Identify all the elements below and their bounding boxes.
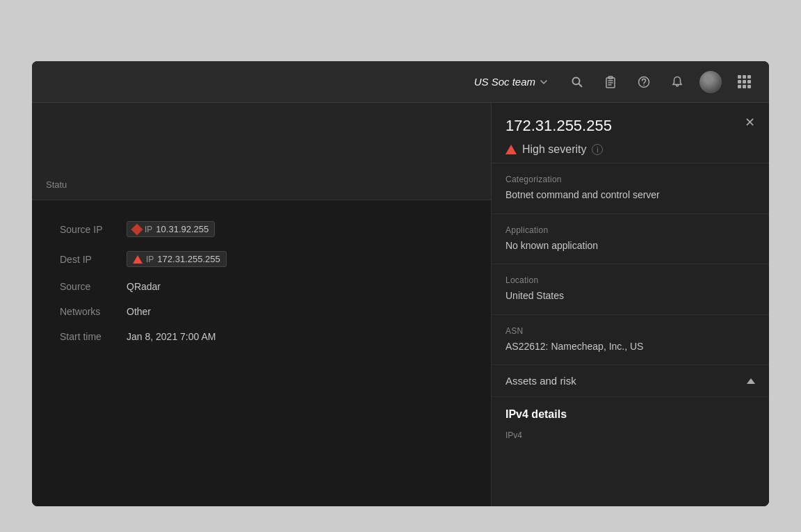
asn-section: ASN AS22612: Namecheap, Inc., US bbox=[492, 315, 769, 366]
svg-line-1 bbox=[579, 83, 583, 87]
categorization-value: Botnet command and control server bbox=[505, 188, 755, 202]
location-value: United States bbox=[505, 289, 755, 303]
source-ip-badge-label: IP bbox=[145, 225, 152, 234]
dest-ip-row: Dest IP IP 172.31.255.255 bbox=[46, 244, 477, 274]
search-icon bbox=[571, 76, 583, 88]
avatar-image bbox=[699, 71, 722, 93]
chevron-up-icon bbox=[747, 378, 755, 384]
severity-triangle-icon bbox=[505, 145, 517, 154]
application-section: Application No known application bbox=[492, 214, 769, 265]
dest-ip-address: 172.31.255.255 bbox=[157, 254, 220, 264]
source-label: Source bbox=[60, 281, 115, 292]
categorization-section: Categorization Botnet command and contro… bbox=[492, 163, 769, 214]
networks-row: Networks Other bbox=[46, 299, 477, 324]
ipv4-label: IPv4 bbox=[505, 430, 755, 440]
help-icon bbox=[638, 76, 650, 88]
ipv4-title: IPv4 details bbox=[505, 408, 755, 421]
detail-panel: 172.31.255.255 High severity i ✕ Categor… bbox=[491, 103, 769, 506]
clipboard-icon bbox=[604, 76, 617, 88]
bell-icon bbox=[671, 76, 683, 88]
detail-header: 172.31.255.255 High severity i ✕ bbox=[492, 103, 769, 163]
dest-ip-badge-label: IP bbox=[146, 255, 154, 264]
panel-top: Statu bbox=[32, 103, 491, 200]
severity-info-button[interactable]: i bbox=[592, 144, 603, 155]
triangle-icon bbox=[133, 255, 143, 264]
source-ip-row: Source IP IP 10.31.92.255 bbox=[46, 214, 477, 244]
source-ip-value: IP 10.31.92.255 bbox=[127, 221, 215, 237]
nav-bar: US Soc team bbox=[32, 61, 769, 103]
user-avatar[interactable] bbox=[699, 71, 722, 93]
source-ip-badge[interactable]: IP 10.31.92.255 bbox=[127, 221, 215, 237]
source-ip-label: Source IP bbox=[60, 224, 115, 235]
location-label: Location bbox=[505, 275, 755, 285]
close-button[interactable]: ✕ bbox=[741, 114, 758, 131]
left-panel: Statu Source IP IP 10.31.92.255 bbox=[32, 103, 491, 506]
apps-button[interactable] bbox=[733, 71, 755, 93]
clipboard-button[interactable] bbox=[599, 71, 622, 93]
detail-ip-title: 172.31.255.255 bbox=[505, 117, 755, 135]
info-icon-label: i bbox=[597, 146, 598, 154]
asn-value: AS22612: Namecheap, Inc., US bbox=[505, 340, 755, 354]
chevron-down-icon bbox=[540, 78, 548, 86]
team-selector[interactable]: US Soc team bbox=[467, 72, 555, 92]
ipv4-section: IPv4 details IPv4 bbox=[492, 397, 769, 451]
dest-ip-badge[interactable]: IP 172.31.255.255 bbox=[127, 251, 227, 267]
table-area: Source IP IP 10.31.92.255 Dest IP bbox=[32, 200, 491, 363]
networks-value: Other bbox=[127, 306, 151, 317]
notifications-button[interactable] bbox=[666, 71, 688, 93]
application-value: No known application bbox=[505, 239, 755, 253]
source-row: Source QRadar bbox=[46, 274, 477, 299]
application-label: Application bbox=[505, 225, 755, 235]
svg-point-0 bbox=[573, 77, 580, 84]
networks-label: Networks bbox=[60, 306, 115, 317]
app-window: US Soc team bbox=[32, 61, 769, 506]
severity-text: High severity bbox=[522, 143, 586, 156]
dest-ip-value: IP 172.31.255.255 bbox=[127, 251, 227, 267]
diamond-icon bbox=[131, 223, 143, 235]
start-time-label: Start time bbox=[60, 331, 115, 342]
asn-label: ASN bbox=[505, 326, 755, 336]
dest-ip-label: Dest IP bbox=[60, 254, 115, 265]
status-column-header: Statu bbox=[46, 179, 67, 190]
start-time-value: Jan 8, 2021 7:00 AM bbox=[127, 331, 216, 342]
main-content: Statu Source IP IP 10.31.92.255 bbox=[32, 103, 769, 506]
categorization-label: Categorization bbox=[505, 175, 755, 184]
source-value: QRadar bbox=[127, 281, 161, 292]
severity-row: High severity i bbox=[505, 143, 755, 156]
grid-icon bbox=[738, 75, 751, 88]
svg-point-8 bbox=[643, 84, 645, 86]
help-button[interactable] bbox=[633, 71, 655, 93]
location-section: Location United States bbox=[492, 264, 769, 315]
search-button[interactable] bbox=[566, 71, 588, 93]
start-time-row: Start time Jan 8, 2021 7:00 AM bbox=[46, 324, 477, 349]
assets-risk-title: Assets and risk bbox=[505, 375, 576, 387]
assets-risk-header[interactable]: Assets and risk bbox=[492, 365, 769, 397]
team-name: US Soc team bbox=[474, 76, 535, 88]
source-ip-address: 10.31.92.255 bbox=[156, 224, 209, 234]
